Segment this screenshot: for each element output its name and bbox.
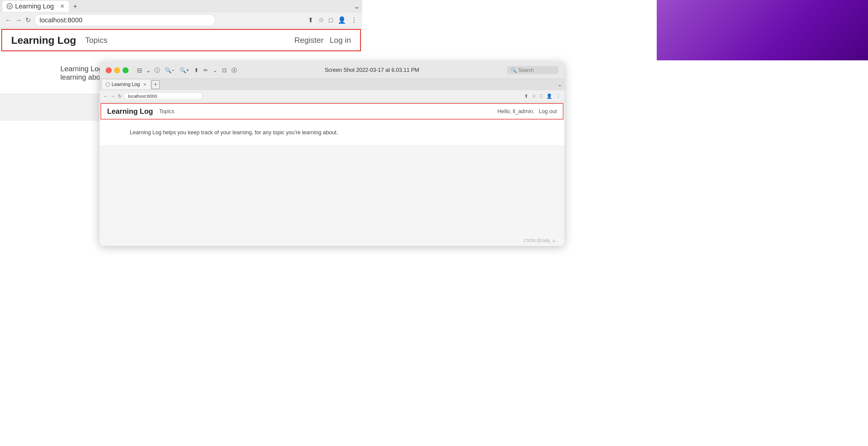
outer-forward-button[interactable]: →	[15, 16, 22, 24]
outer-browser-tab[interactable]: ⊙ Learning Log ✕	[2, 1, 69, 12]
outer-tab-bar-chevron-icon[interactable]: ⌄	[354, 2, 360, 10]
inner-forward-button[interactable]: →	[111, 94, 115, 99]
tab-favicon-icon: ⊙	[7, 3, 13, 9]
inner-reader-icon[interactable]: □	[539, 93, 542, 99]
inner-browser-window: Learning Log ✕ + ⌄ ← → ↻ ⬆ ☆ □ 👤 ⋮ Lear	[100, 79, 564, 145]
inner-share-icon[interactable]: ⬆	[524, 93, 528, 99]
inner-tab-bar: Learning Log ✕ + ⌄	[100, 79, 564, 90]
inner-browser-tab[interactable]: Learning Log ✕	[102, 79, 150, 89]
inner-bookmark-icon[interactable]: ☆	[532, 93, 536, 99]
outer-back-button[interactable]: ←	[5, 16, 11, 24]
outer-navbar: Learning Log Topics Register Log in	[1, 29, 361, 51]
outer-register-link[interactable]: Register	[294, 36, 323, 45]
search-highlight-icon[interactable]: Ⓐ	[231, 67, 237, 74]
markup-icon[interactable]: ✏	[204, 67, 208, 74]
inner-navbar-brand[interactable]: Learning Log	[107, 107, 153, 116]
outer-tab-bar: ⊙ Learning Log ✕ + ⌄	[0, 0, 362, 13]
sidebar-toggle-icon[interactable]: ⊟	[137, 67, 142, 74]
outer-navbar-right: Register Log in	[294, 36, 351, 45]
inner-address-bar: ← → ↻ ⬆ ☆ □ 👤 ⋮	[100, 90, 564, 102]
inner-logout-link[interactable]: Log out	[539, 108, 557, 115]
outer-reader-icon[interactable]: □	[329, 16, 333, 24]
outer-navbar-topics-link[interactable]: Topics	[85, 36, 107, 45]
outer-address-bar-icons: ⬆ ☆ □ 👤 ⋮	[308, 16, 357, 24]
inner-refresh-button[interactable]: ↻	[118, 93, 122, 99]
outer-tab-close-icon[interactable]: ✕	[60, 3, 65, 10]
csdn-watermark: CSDN @Sally_a...	[524, 238, 558, 243]
inner-tab-favicon-icon	[105, 83, 110, 87]
share-icon[interactable]: ⬆	[194, 67, 198, 74]
inner-new-tab-button[interactable]: +	[152, 80, 160, 89]
outer-new-tab-button[interactable]: +	[71, 1, 80, 12]
outer-tab-title: Learning Log	[15, 2, 54, 10]
zoom-in-icon[interactable]: 🔍+	[180, 67, 189, 74]
inner-navbar: Learning Log Topics Hello, ll_admin. Log…	[100, 103, 563, 120]
screenshot-search-input[interactable]	[519, 68, 555, 73]
inner-screenshot: ⊟ ⌄ ⓘ 🔍− 🔍+ ⬆ ✏ ⌄ ⊡ Ⓐ Screen Shot 2022-0…	[100, 62, 564, 246]
inner-page-body: Learning Log helps you keep track of you…	[100, 120, 564, 145]
screenshot-toolbar-icons: ⓘ 🔍− 🔍+ ⬆ ✏ ⌄ ⊡ Ⓐ	[155, 67, 237, 74]
inner-profile-icon[interactable]: 👤	[546, 93, 552, 99]
inner-navbar-greeting: Hello, ll_admin.	[497, 108, 534, 115]
screenshot-titlebar: ⊟ ⌄ ⓘ 🔍− 🔍+ ⬆ ✏ ⌄ ⊡ Ⓐ Screen Shot 2022-0…	[100, 62, 564, 79]
markup-chevron-icon[interactable]: ⌄	[213, 67, 217, 74]
screenshot-title: Screen Shot 2022-03-17 at 6.03.11 PM	[325, 67, 419, 73]
outer-address-bar: ← → ↻ ⬆ ☆ □ 👤 ⋮	[0, 13, 362, 28]
sidebar-chevron-icon[interactable]: ⌄	[146, 67, 151, 74]
traffic-light-close[interactable]	[105, 67, 112, 73]
background-gradient	[657, 0, 868, 60]
inner-address-input[interactable]	[124, 92, 203, 100]
inner-page-description: Learning Log helps you keep track of you…	[130, 129, 534, 136]
inner-tab-close-icon[interactable]: ✕	[143, 82, 147, 87]
traffic-light-fullscreen[interactable]	[123, 67, 129, 73]
zoom-out-icon[interactable]: 🔍−	[165, 67, 175, 74]
outer-login-link[interactable]: Log in	[330, 36, 351, 45]
outer-refresh-button[interactable]: ↻	[25, 16, 31, 24]
outer-navbar-brand[interactable]: Learning Log	[11, 34, 76, 46]
inner-navbar-right: Hello, ll_admin. Log out	[497, 108, 557, 115]
crop-icon[interactable]: ⊡	[222, 67, 227, 74]
inner-tab-title: Learning Log	[112, 82, 140, 87]
inner-tab-bar-chevron-icon[interactable]: ⌄	[557, 81, 562, 88]
inner-menu-icon[interactable]: ⋮	[556, 93, 561, 99]
inner-back-button[interactable]: ←	[103, 94, 108, 99]
screenshot-search-box[interactable]: 🔍	[507, 66, 558, 74]
screenshot-search-icon: 🔍	[511, 67, 517, 73]
outer-menu-icon[interactable]: ⋮	[351, 16, 357, 24]
traffic-light-minimize[interactable]	[114, 67, 120, 73]
traffic-lights	[105, 67, 129, 73]
inner-navbar-topics-link[interactable]: Topics	[159, 108, 175, 115]
outer-profile-icon[interactable]: 👤	[338, 16, 346, 24]
outer-address-input[interactable]	[34, 14, 216, 26]
inner-page: Learning Log Topics Hello, ll_admin. Log…	[100, 103, 564, 145]
outer-bookmark-icon[interactable]: ☆	[318, 16, 324, 24]
outer-share-icon[interactable]: ⬆	[308, 16, 313, 24]
info-icon[interactable]: ⓘ	[155, 67, 160, 74]
inner-address-bar-icons: ⬆ ☆ □ 👤 ⋮	[524, 93, 561, 99]
